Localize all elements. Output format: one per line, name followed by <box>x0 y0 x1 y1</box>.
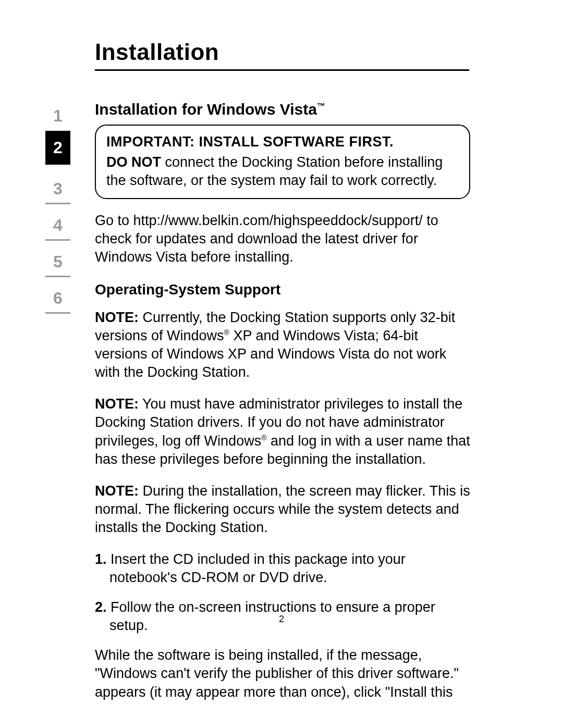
note-label: NOTE: <box>95 483 139 499</box>
content-column: Installation for Windows Vista™ IMPORTAN… <box>95 99 470 701</box>
note-label: NOTE: <box>95 396 139 412</box>
step-text: Insert the CD included in this package i… <box>107 551 406 585</box>
section-tab-5: 5 <box>45 249 70 275</box>
section-tab-2-active: 2 <box>45 131 70 165</box>
note-text: During the installation, the screen may … <box>95 483 470 535</box>
subtitle-text: Installation for Windows Vista <box>95 101 317 118</box>
paragraph-update-url: Go to http://www.belkin.com/highspeeddoc… <box>95 212 470 266</box>
callout-body: DO NOT connect the Docking Station befor… <box>106 153 459 190</box>
manual-page: Installation 1 2 3 4 5 6 Installation fo… <box>0 0 563 728</box>
section-tab-4-block: 4 <box>45 213 77 241</box>
registered-symbol: ® <box>224 328 229 337</box>
section-tab-6-block: 6 <box>45 286 77 314</box>
section-tab-divider <box>45 239 70 241</box>
step-number: 1. <box>95 551 107 567</box>
section-tab-1: 1 <box>45 102 70 131</box>
section-tab-6: 6 <box>45 286 70 311</box>
heading-os-support: Operating-System Support <box>95 280 470 299</box>
section-tab-3: 3 <box>45 176 70 202</box>
section-tab-5-block: 5 <box>45 249 77 277</box>
important-callout-box: IMPORTANT: INSTALL SOFTWARE FIRST. DO NO… <box>95 125 470 199</box>
step-number: 2. <box>95 599 107 615</box>
page-number: 2 <box>0 614 563 625</box>
callout-donot-bold: DO NOT <box>106 154 161 170</box>
install-step-1: 1. Insert the CD included in this packag… <box>95 550 470 587</box>
section-subtitle: Installation for Windows Vista™ <box>95 99 470 119</box>
page-title: Installation <box>95 39 470 68</box>
section-tab-4: 4 <box>45 213 70 238</box>
title-underline <box>95 69 469 71</box>
note-admin: NOTE: You must have administrator privil… <box>95 395 470 468</box>
note-flicker: NOTE: During the installation, the scree… <box>95 482 470 537</box>
section-tab-divider <box>45 312 70 314</box>
registered-symbol: ® <box>261 434 266 442</box>
section-tab-divider <box>45 276 70 277</box>
note-label: NOTE: <box>95 310 139 325</box>
section-tab-divider <box>45 203 70 204</box>
section-number-sidebar: 1 2 3 4 5 6 <box>45 102 77 322</box>
note-32bit: NOTE: Currently, the Docking Station sup… <box>95 309 470 381</box>
section-tab-3-block: 3 <box>45 176 77 204</box>
paragraph-while-installing: While the software is being installed, i… <box>95 646 470 701</box>
page-header: Installation <box>95 39 470 71</box>
callout-important-heading: IMPORTANT: INSTALL SOFTWARE FIRST. <box>106 133 459 151</box>
trademark-symbol: ™ <box>317 102 325 110</box>
